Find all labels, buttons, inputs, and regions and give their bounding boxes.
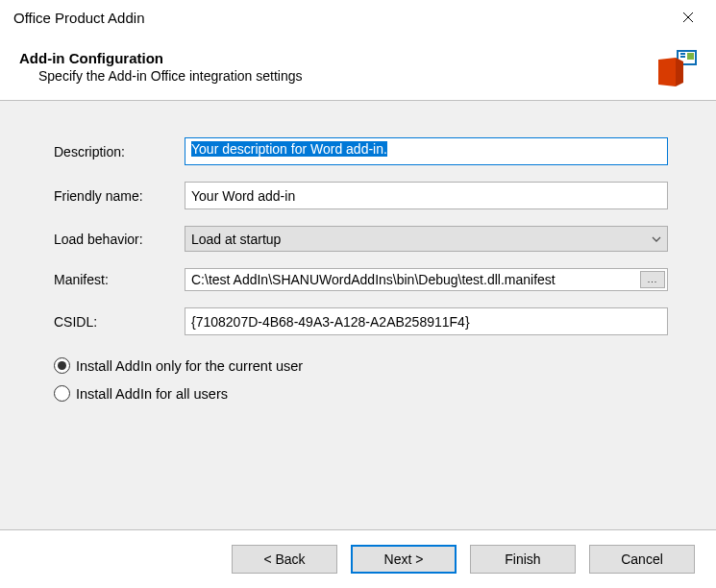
row-csidl: CSIDL: (54, 307, 668, 335)
csidl-label: CSIDL: (54, 314, 185, 330)
header-heading: Add-in Configuration (19, 50, 302, 66)
description-label: Description: (54, 144, 185, 159)
finish-button[interactable]: Finish (470, 545, 576, 574)
row-manifest: Manifest: ... (54, 268, 668, 291)
office-addin-icon (656, 50, 697, 86)
friendly-input[interactable] (185, 182, 668, 209)
titlebar: Office Product Addin (0, 0, 716, 35)
close-button[interactable] (666, 3, 710, 32)
window-title: Office Product Addin (13, 10, 144, 26)
radio-icon (54, 357, 70, 374)
load-behavior-value: Load at startup (191, 232, 281, 247)
radio-current-user-label: Install AddIn only for the current user (76, 358, 303, 374)
content-area: Description: Your description for Word a… (0, 100, 716, 530)
load-behavior-select[interactable]: Load at startup (185, 226, 668, 252)
header-text: Add-in Configuration Specify the Add-in … (19, 50, 302, 84)
back-button[interactable]: < Back (232, 545, 337, 574)
friendly-label: Friendly name: (54, 188, 185, 204)
row-friendly: Friendly name: (54, 182, 668, 209)
chevron-down-icon (652, 233, 661, 244)
description-value: Your description for Word add-in. (191, 141, 387, 157)
svg-rect-5 (680, 56, 685, 58)
row-description: Description: Your description for Word a… (54, 137, 668, 165)
browse-button[interactable]: ... (640, 271, 665, 288)
manifest-input[interactable] (185, 269, 638, 290)
csidl-input[interactable] (185, 307, 668, 335)
load-behavior-label: Load behavior: (54, 232, 185, 247)
description-input[interactable]: Your description for Word add-in. (185, 137, 668, 165)
row-load-behavior: Load behavior: Load at startup (54, 226, 668, 252)
manifest-field-wrap: ... (185, 268, 668, 291)
svg-rect-3 (687, 53, 694, 60)
radio-icon (54, 385, 70, 402)
close-icon (682, 12, 694, 23)
button-bar: < Back Next > Finish Cancel (0, 530, 716, 588)
manifest-label: Manifest: (54, 272, 185, 287)
radio-all-users-label: Install AddIn for all users (76, 386, 228, 402)
svg-rect-4 (680, 53, 685, 55)
radio-current-user[interactable]: Install AddIn only for the current user (54, 357, 668, 374)
cancel-button[interactable]: Cancel (589, 545, 695, 574)
dialog-window: Office Product Addin Add-in Configuratio… (0, 0, 716, 588)
radio-all-users[interactable]: Install AddIn for all users (54, 385, 668, 402)
next-button[interactable]: Next > (351, 545, 457, 574)
header-section: Add-in Configuration Specify the Add-in … (0, 35, 716, 100)
header-subheading: Specify the Add-in Office integration se… (19, 66, 302, 84)
radio-dot-icon (58, 361, 66, 370)
